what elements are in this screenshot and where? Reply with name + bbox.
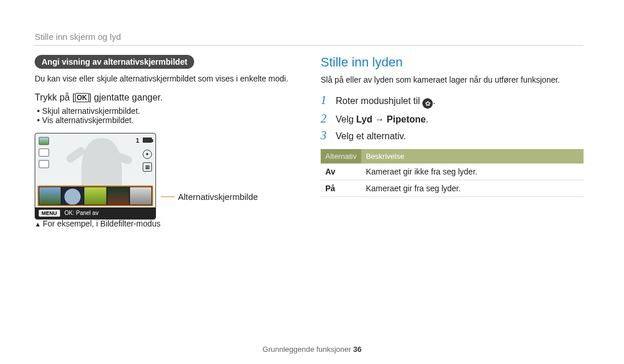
right-hud-icons: ✦ ▦ <box>143 150 152 172</box>
step-number: 3 <box>321 129 329 142</box>
camera-screen-mock: 1 ✦ ▦ MENU OK <box>35 133 156 220</box>
filter-thumb <box>130 187 151 205</box>
filter-thumb <box>62 187 83 205</box>
step-fragment: Velg <box>336 114 356 124</box>
step-number: 1 <box>321 94 329 107</box>
arrow-icon: → <box>372 114 387 124</box>
step-text: Velg Lyd → Pipetone. <box>336 114 428 125</box>
ok-panel-label: OK: Panel av <box>65 210 99 216</box>
step-number: 2 <box>321 112 329 125</box>
section-pill: Angi visning av alternativskjermbildet <box>35 55 194 69</box>
numbered-steps: 1 Roter modushjulet til ✿. 2 Velg Lyd → … <box>321 94 584 143</box>
section-heading: Stille inn lyden <box>321 55 584 70</box>
step-bold: Pipetone <box>387 114 426 124</box>
callout-connector <box>161 196 174 198</box>
mode-chip-icon <box>39 160 49 168</box>
menu-chip: MENU <box>39 210 60 217</box>
filter-thumb <box>39 187 61 205</box>
options-table: Alternativ Beskrivelse Av Kameraet gir i… <box>321 149 584 197</box>
ok-key-icon: OK <box>75 93 89 102</box>
footer-label: Grunnleggende funksjoner <box>262 345 353 354</box>
callout-label: Alternativskjermbilde <box>178 192 258 202</box>
table-row: På Kameraet gir fra seg lyder. <box>321 180 584 197</box>
table-header: Alternativ <box>321 149 361 164</box>
step-bold: Lyd <box>356 114 373 124</box>
grid-icon: ▦ <box>143 162 152 172</box>
step-fragment: Roter modushjulet til <box>336 96 422 106</box>
cell-key: Av <box>321 164 361 180</box>
screen-bottom-bar: MENU OK: Panel av <box>35 207 155 219</box>
breadcrumb: Stille inn skjerm og lyd <box>35 32 121 42</box>
divider <box>35 45 584 46</box>
battery-icon <box>143 138 152 143</box>
left-column: Angi visning av alternativskjermbildet D… <box>35 32 298 228</box>
step-text: Velg et alternativ. <box>336 131 406 142</box>
silhouette-icon <box>81 138 122 188</box>
gear-icon: ✿ <box>422 98 433 109</box>
mode-chip-icon <box>39 148 49 157</box>
bullet-list: Skjul alternativskjermbildet. Vis altern… <box>37 106 298 125</box>
right-column: Stille inn lyden Slå på eller av lyden s… <box>321 32 584 228</box>
bullet-item: Skjul alternativskjermbildet. <box>37 106 298 116</box>
page-number: 36 <box>353 345 361 354</box>
step-text: Roter modushjulet til ✿. <box>336 96 436 109</box>
page-footer: Grunnleggende funksjoner 36 <box>0 345 624 354</box>
cell-key: På <box>321 180 361 197</box>
bullet-item: Vis alternativskjermbildet. <box>37 116 298 125</box>
cell-val: Kameraet gir ikke fra seg lyder. <box>361 164 584 180</box>
filter-strip <box>38 185 153 206</box>
step-fragment: . <box>426 114 428 124</box>
top-right-hud: 1 <box>136 137 152 144</box>
counter: 1 <box>136 137 139 144</box>
filter-thumb <box>107 187 129 205</box>
flash-icon: ✦ <box>143 150 152 159</box>
table-header: Beskrivelse <box>361 149 584 164</box>
instr-pre: Trykk på [ <box>35 92 75 102</box>
intro-text: Slå på eller av lyden som kameraet lager… <box>321 75 584 86</box>
table-row: Av Kameraet gir ikke fra seg lyder. <box>321 164 584 180</box>
figure-caption: For eksempel, i Bildefilter-modus <box>35 219 298 228</box>
photo-chip-icon <box>39 137 49 145</box>
press-instruction: Trykk på [OK] gjentatte ganger. <box>35 92 298 103</box>
left-hud-icons <box>39 137 49 168</box>
cell-val: Kameraet gir fra seg lyder. <box>361 180 584 197</box>
instr-post: ] gjentatte ganger. <box>89 92 163 102</box>
step-fragment: . <box>433 96 435 106</box>
intro-text: Du kan vise eller skjule alternativskjer… <box>35 73 298 84</box>
filter-thumb <box>84 187 106 205</box>
